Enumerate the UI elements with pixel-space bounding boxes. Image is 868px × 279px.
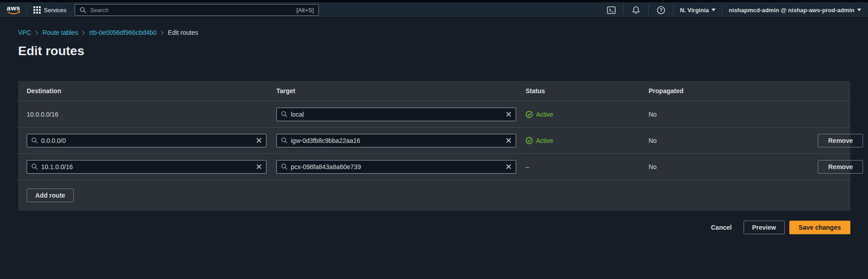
breadcrumb: VPC Route tables rtb-0e0056df966cbd4b0 E… (18, 29, 868, 36)
breadcrumb-current: Edit routes (168, 29, 198, 36)
status-label: Active (536, 137, 553, 144)
chevron-down-icon (711, 9, 716, 11)
status-active-icon (526, 137, 533, 144)
account-menu[interactable]: nishapmcd-admin @ nishap-aws-prod-admin (729, 7, 861, 14)
topbar-divider (623, 5, 624, 15)
clear-input-button[interactable] (256, 137, 262, 143)
column-header-target: Target (276, 87, 526, 95)
aws-logo-text: aws (7, 5, 20, 11)
breadcrumb-link-route-table-id[interactable]: rtb-0e0056df966cbd4b0 (89, 29, 157, 36)
target-input[interactable] (291, 163, 503, 170)
cloudshell-button[interactable] (605, 4, 617, 16)
top-navigation-bar: aws Services [Alt+S] (0, 0, 868, 18)
search-icon (281, 111, 288, 118)
clear-input-button[interactable] (256, 164, 262, 170)
chevron-down-icon (857, 9, 861, 11)
clear-input-button[interactable] (506, 111, 512, 117)
route-row-1: 10.0.0.0/16 Active (18, 101, 850, 127)
svg-text:?: ? (659, 7, 663, 13)
region-selector[interactable]: N. Virginia (680, 7, 716, 14)
target-input-wrap (276, 108, 516, 121)
destination-input[interactable] (41, 137, 253, 144)
close-icon (506, 137, 512, 143)
column-header-destination: Destination (27, 87, 276, 95)
target-input[interactable] (291, 111, 503, 118)
target-input[interactable] (291, 137, 503, 144)
chevron-right-icon (82, 30, 85, 35)
clear-input-button[interactable] (506, 164, 512, 170)
breadcrumb-link-route-tables[interactable]: Route tables (43, 29, 78, 36)
search-shortcut-hint: [Alt+S] (296, 7, 314, 14)
edit-routes-card: Destination Target Status Propagated 10.… (18, 81, 850, 211)
close-icon (506, 164, 512, 170)
chevron-right-icon (35, 30, 38, 35)
destination-input-wrap (27, 160, 266, 174)
remove-route-button[interactable]: Remove (818, 134, 863, 147)
propagated-value: No (649, 163, 733, 170)
search-icon (281, 163, 288, 170)
bell-icon (632, 6, 640, 14)
services-menu-button[interactable]: Services (33, 6, 66, 14)
cancel-button[interactable]: Cancel (709, 224, 734, 231)
topbar-divider (722, 5, 722, 15)
page-title: Edit routes (18, 43, 868, 58)
services-label: Services (44, 7, 66, 14)
region-label: N. Virginia (680, 7, 709, 14)
aws-logo[interactable]: aws (7, 5, 20, 15)
status-cell: Active (526, 137, 649, 144)
search-icon (80, 7, 86, 14)
destination-value: 10.0.0.0/16 (27, 111, 276, 118)
search-icon (31, 163, 38, 170)
save-changes-button[interactable]: Save changes (789, 221, 850, 234)
routes-table-header: Destination Target Status Propagated (18, 81, 850, 101)
destination-input[interactable] (41, 163, 253, 170)
aws-smile-icon (7, 11, 20, 15)
topbar-right-cluster: ? N. Virginia nishapmcd-admin @ nishap-a… (605, 4, 861, 16)
add-route-button[interactable]: Add route (27, 189, 74, 202)
target-input-wrap (276, 134, 516, 147)
form-actions: Cancel Preview Save changes (18, 221, 850, 234)
topbar-divider (673, 5, 674, 15)
card-footer: Add route (18, 180, 850, 211)
column-header-propagated: Propagated (649, 87, 733, 95)
status-label: – (526, 163, 529, 170)
search-input[interactable] (90, 7, 293, 14)
help-icon: ? (657, 6, 665, 14)
cloudshell-terminal-icon (607, 6, 616, 14)
clear-input-button[interactable] (506, 137, 512, 143)
status-cell: – (526, 163, 649, 170)
propagated-value: No (649, 137, 733, 144)
search-icon (31, 137, 38, 144)
search-icon (281, 137, 288, 144)
global-search-box[interactable]: [Alt+S] (75, 4, 319, 16)
remove-route-button[interactable]: Remove (818, 160, 863, 174)
status-active-icon (526, 111, 533, 118)
preview-button[interactable]: Preview (744, 221, 785, 234)
status-cell: Active (526, 111, 649, 118)
propagated-value: No (649, 111, 733, 118)
close-icon (256, 164, 262, 170)
topbar-divider (27, 5, 27, 15)
close-icon (256, 137, 262, 143)
chevron-right-icon (161, 30, 164, 35)
route-row-3: – No Remove (18, 153, 850, 180)
notifications-button[interactable] (630, 4, 642, 16)
topbar-divider (648, 5, 649, 15)
grid-icon (33, 6, 41, 14)
destination-input-wrap (27, 134, 266, 147)
help-button[interactable]: ? (655, 4, 667, 16)
close-icon (506, 111, 512, 117)
account-label: nishapmcd-admin @ nishap-aws-prod-admin (729, 7, 854, 14)
column-header-status: Status (526, 87, 649, 95)
breadcrumb-link-vpc[interactable]: VPC (18, 29, 31, 36)
target-input-wrap (276, 160, 516, 174)
route-row-2: Active No Remove (18, 127, 850, 153)
status-label: Active (536, 111, 553, 118)
